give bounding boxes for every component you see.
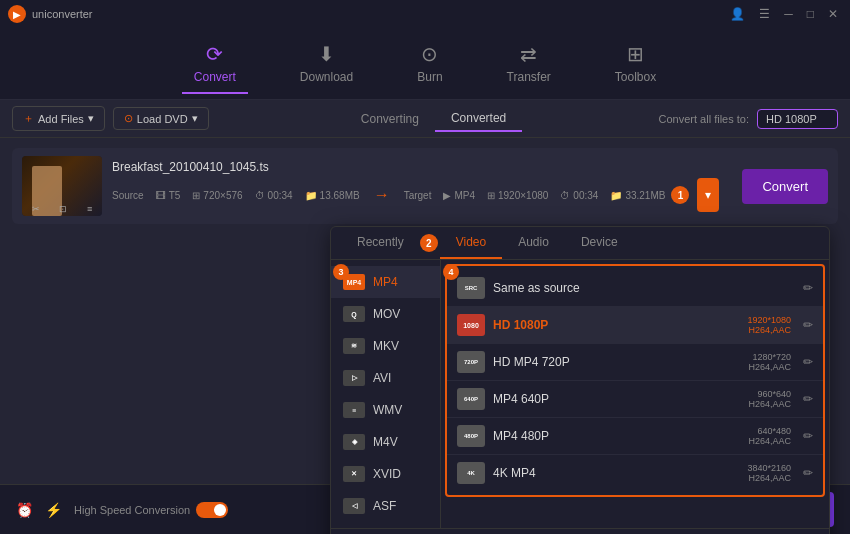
add-files-label: Add Files <box>38 113 84 125</box>
close-btn[interactable]: ✕ <box>824 5 842 23</box>
format-item-xvid[interactable]: ✕ XVID <box>331 458 440 490</box>
nav-item-convert[interactable]: ⟳ Convert <box>182 34 248 94</box>
burn-nav-icon: ⊙ <box>421 42 438 66</box>
format-tabs: Recently 2 Video Audio Device <box>331 227 829 260</box>
quality-item-480p[interactable]: 480P MP4 480P 640*480 H264,AAC ✏ <box>447 418 823 455</box>
format-item-mkv[interactable]: ≋ MKV <box>331 330 440 362</box>
bolt-icon: ⚡ <box>45 502 62 518</box>
format-tab-audio[interactable]: Audio <box>502 227 565 259</box>
toolbox-nav-icon: ⊞ <box>627 42 644 66</box>
target-resolution-value: 1920×1080 <box>498 190 548 201</box>
format-item-avi[interactable]: ▷ AVI <box>331 362 440 394</box>
source-label: Source <box>112 190 144 201</box>
format-panel: Recently 2 Video Audio Device 3 MP4 MP4 <box>330 226 830 534</box>
quality-edit-icon-4k[interactable]: ✏ <box>803 466 813 480</box>
convert-button[interactable]: Convert <box>742 169 828 204</box>
resolution-item: ⊞ 720×576 <box>192 190 242 201</box>
format-footer: 🔍 | + Create Custom <box>331 528 829 534</box>
tab-converted-label: Converted <box>451 111 506 125</box>
quality-edit-icon-640p[interactable]: ✏ <box>803 392 813 406</box>
crop-icon[interactable]: ⊡ <box>59 204 67 214</box>
quality-icon-hd720p: 720P <box>457 351 485 373</box>
nav-item-transfer[interactable]: ⇄ Transfer <box>495 34 563 94</box>
quality-item-4k[interactable]: 4K 4K MP4 3840*2160 H264,AAC ✏ <box>447 455 823 491</box>
titlebar-controls[interactable]: 👤 ☰ ─ □ ✕ <box>726 5 842 23</box>
quality-edit-icon-hd720p[interactable]: ✏ <box>803 355 813 369</box>
codec-item: 🎞 T5 <box>156 190 181 201</box>
quality-icon-source: SRC <box>457 277 485 299</box>
quality-item-hd1080p[interactable]: 1080 HD 1080P 1920*1080 H264,AAC ✏ <box>447 307 823 344</box>
format-tab-video[interactable]: Video <box>440 227 502 259</box>
tab-converting-label: Converting <box>361 112 419 126</box>
format-tab-device-label: Device <box>581 235 618 249</box>
dvd-icon: ⊙ <box>124 112 133 125</box>
badge-1: 1 <box>671 186 689 204</box>
target-folder-icon: 📁 <box>610 190 622 201</box>
format-item-wmv-label: WMV <box>373 403 402 417</box>
nav-item-burn[interactable]: ⊙ Burn <box>405 34 454 94</box>
format-tab-video-label: Video <box>456 235 486 249</box>
menu-icon[interactable]: ≡ <box>87 204 92 214</box>
add-files-button[interactable]: ＋ Add Files ▾ <box>12 106 105 131</box>
file-row: ✂ ⊡ ≡ Breakfast_20100410_1045.ts Source … <box>12 148 838 224</box>
tab-converting[interactable]: Converting <box>345 106 435 132</box>
format-tab-device[interactable]: Device <box>565 227 634 259</box>
quality-edit-icon-source[interactable]: ✏ <box>803 281 813 295</box>
cut-icon[interactable]: ✂ <box>32 204 40 214</box>
nav-item-toolbox[interactable]: ⊞ Toolbox <box>603 34 668 94</box>
format-item-asf[interactable]: ◁ ASF <box>331 490 440 522</box>
file-meta-source: Source 🎞 T5 ⊞ 720×576 ⏱ 00:34 📁 <box>112 190 360 201</box>
quality-edit-icon-480p[interactable]: ✏ <box>803 429 813 443</box>
format-item-wmv[interactable]: ≡ WMV <box>331 394 440 426</box>
badge-3: 3 <box>333 264 349 280</box>
quality-select[interactable]: HD 1080P <box>757 109 838 129</box>
minimize-btn[interactable]: ─ <box>780 5 797 23</box>
quality-item-640p[interactable]: 640P MP4 640P 960*640 H264,AAC ✏ <box>447 381 823 418</box>
schedule-icon[interactable]: ⏰ <box>16 502 33 518</box>
quality-specs-4k: 3840*2160 H264,AAC <box>747 463 791 483</box>
nav-item-download[interactable]: ⬇ Download <box>288 34 365 94</box>
title-bar: ▶ uniconverter 👤 ☰ ─ □ ✕ <box>0 0 850 28</box>
main-content: ✂ ⊡ ≡ Breakfast_20100410_1045.ts Source … <box>0 138 850 484</box>
file-thumbnail: ✂ ⊡ ≡ <box>22 156 102 216</box>
settings-icon[interactable]: ☰ <box>755 5 774 23</box>
target-clock-icon: ⏱ <box>560 190 570 201</box>
quality-specs-hd720p: 1280*720 H264,AAC <box>748 352 791 372</box>
badge-2: 2 <box>420 234 438 252</box>
quality-icon-480p: 480P <box>457 425 485 447</box>
load-dvd-button[interactable]: ⊙ Load DVD ▾ <box>113 107 209 130</box>
dropdown-arrow-btn[interactable]: ▾ <box>697 178 719 212</box>
add-files-dropdown-icon[interactable]: ▾ <box>88 112 94 125</box>
resolution-value: 720×576 <box>203 190 242 201</box>
load-dvd-dropdown-icon[interactable]: ▾ <box>192 112 198 125</box>
format-item-mkv-label: MKV <box>373 339 399 353</box>
quality-item-hd720p[interactable]: 720P HD MP4 720P 1280*720 H264,AAC ✏ <box>447 344 823 381</box>
speed-toggle[interactable] <box>196 502 228 518</box>
duration-item: ⏱ 00:34 <box>255 190 293 201</box>
codec-value: T5 <box>169 190 181 201</box>
tab-converted[interactable]: Converted <box>435 106 522 132</box>
format-item-mov-label: MOV <box>373 307 400 321</box>
quality-name-hd720p: HD MP4 720P <box>493 355 740 369</box>
target-resolution-icon: ⊞ <box>487 190 495 201</box>
badge-4: 4 <box>443 264 459 280</box>
format-item-m4v[interactable]: ◈ M4V <box>331 426 440 458</box>
quality-specs-480p: 640*480 H264,AAC <box>748 426 791 446</box>
format-item-mov[interactable]: Q MOV <box>331 298 440 330</box>
mov-icon: Q <box>343 306 365 322</box>
format-list: MP4 MP4 Q MOV ≋ MKV ▷ AVI <box>331 260 441 528</box>
target-size-value: 33.21MB <box>625 190 665 201</box>
target-size-item: 📁 33.21MB <box>610 190 665 201</box>
user-icon[interactable]: 👤 <box>726 5 749 23</box>
mkv-icon: ≋ <box>343 338 365 354</box>
format-tab-recently[interactable]: Recently <box>341 227 420 259</box>
app-title: uniconverter <box>32 8 93 20</box>
quality-name-4k: 4K MP4 <box>493 466 739 480</box>
nav-label-burn: Burn <box>417 70 442 84</box>
maximize-btn[interactable]: □ <box>803 5 818 23</box>
file-name: Breakfast_20100410_1045.ts <box>112 160 732 174</box>
target-resolution-item: ⊞ 1920×1080 <box>487 190 548 201</box>
quality-item-same-as-source[interactable]: SRC Same as source ✏ <box>447 270 823 307</box>
quality-icon-640p: 640P <box>457 388 485 410</box>
quality-edit-icon-hd1080p[interactable]: ✏ <box>803 318 813 332</box>
